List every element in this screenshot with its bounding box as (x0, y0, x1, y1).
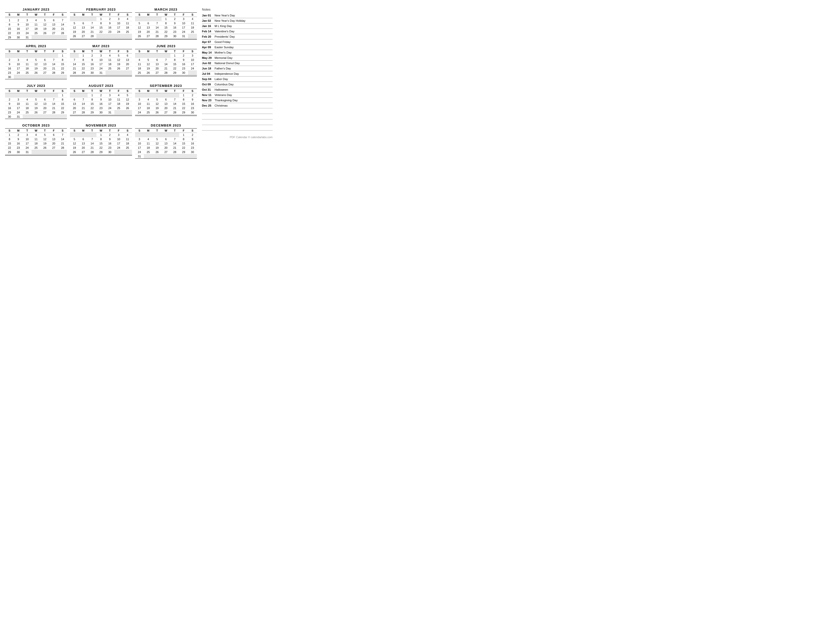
cal-day[interactable]: 19 (135, 30, 144, 34)
cal-day[interactable]: 11 (106, 58, 114, 62)
cal-day[interactable]: 25 (188, 30, 197, 34)
cal-day[interactable]: 28 (170, 150, 179, 154)
cal-day[interactable]: 22 (79, 66, 88, 71)
cal-day[interactable]: 6 (70, 98, 79, 102)
cal-day[interactable]: 6 (49, 18, 58, 23)
cal-day[interactable]: 2 (179, 53, 188, 58)
cal-day[interactable]: 15 (58, 102, 67, 106)
cal-day[interactable]: 25 (106, 66, 114, 71)
cal-day[interactable]: 7 (70, 58, 79, 62)
cal-day[interactable]: 28 (88, 34, 96, 39)
cal-day[interactable]: 29 (5, 35, 14, 40)
cal-day[interactable]: 9 (5, 62, 14, 66)
cal-day[interactable]: 30 (14, 150, 23, 154)
cal-day[interactable]: 17 (188, 62, 197, 66)
cal-day[interactable]: 5 (144, 58, 153, 62)
cal-day[interactable]: 20 (144, 30, 153, 34)
cal-day[interactable]: 7 (79, 98, 88, 102)
cal-day[interactable]: 17 (96, 62, 105, 66)
cal-day[interactable]: 4 (23, 58, 32, 62)
cal-day[interactable]: 19 (153, 106, 162, 110)
cal-day[interactable]: 10 (188, 58, 197, 62)
cal-day[interactable]: 8 (88, 98, 96, 102)
cal-day[interactable]: 10 (135, 102, 144, 106)
cal-day[interactable]: 18 (188, 26, 197, 30)
cal-day[interactable]: 9 (170, 21, 179, 26)
cal-day[interactable]: 12 (135, 26, 144, 30)
cal-day[interactable]: 25 (123, 146, 132, 150)
cal-day[interactable]: 25 (144, 150, 153, 154)
cal-day[interactable]: 31 (23, 150, 32, 154)
cal-day[interactable]: 24 (14, 71, 23, 75)
cal-day[interactable]: 8 (79, 58, 88, 62)
cal-day[interactable]: 1 (5, 18, 14, 23)
cal-day[interactable]: 4 (32, 133, 40, 137)
cal-day[interactable]: 26 (32, 110, 40, 115)
cal-day[interactable]: 20 (79, 146, 88, 150)
cal-day[interactable]: 7 (49, 58, 58, 62)
cal-day[interactable]: 7 (58, 18, 67, 23)
cal-day[interactable]: 8 (179, 137, 188, 142)
cal-day[interactable]: 10 (114, 137, 123, 142)
cal-day[interactable]: 31 (96, 71, 105, 75)
cal-day[interactable]: 27 (40, 110, 49, 115)
cal-day[interactable]: 10 (96, 58, 105, 62)
cal-day[interactable]: 5 (114, 53, 123, 58)
cal-day[interactable]: 24 (106, 106, 114, 110)
cal-day[interactable]: 23 (188, 106, 197, 110)
cal-day[interactable]: 20 (162, 146, 170, 150)
cal-day[interactable]: 12 (32, 62, 40, 66)
cal-day[interactable]: 6 (79, 137, 88, 142)
cal-day[interactable]: 14 (70, 62, 79, 66)
cal-day[interactable]: 6 (40, 58, 49, 62)
cal-day[interactable]: 16 (14, 27, 23, 31)
cal-day[interactable]: 27 (49, 31, 58, 35)
cal-day[interactable]: 12 (114, 58, 123, 62)
cal-day[interactable]: 7 (170, 98, 179, 102)
cal-day[interactable]: 9 (106, 137, 114, 142)
cal-day[interactable]: 30 (14, 35, 23, 40)
cal-day[interactable]: 11 (23, 62, 32, 66)
cal-day[interactable]: 5 (70, 21, 79, 26)
cal-day[interactable]: 25 (135, 71, 144, 75)
cal-day[interactable]: 6 (79, 21, 88, 26)
cal-day[interactable]: 21 (49, 66, 58, 71)
cal-day[interactable]: 15 (79, 62, 88, 66)
cal-day[interactable]: 19 (144, 66, 153, 71)
cal-day[interactable]: 12 (153, 102, 162, 106)
cal-day[interactable]: 2 (106, 17, 114, 21)
cal-day[interactable]: 13 (40, 62, 49, 66)
cal-day[interactable]: 4 (188, 17, 197, 21)
cal-day[interactable]: 2 (14, 133, 23, 137)
cal-day[interactable]: 10 (14, 62, 23, 66)
cal-day[interactable]: 25 (114, 106, 123, 110)
cal-day[interactable]: 18 (123, 26, 132, 30)
cal-day[interactable]: 9 (5, 102, 14, 106)
cal-day[interactable]: 17 (114, 142, 123, 146)
cal-day[interactable]: 8 (96, 137, 105, 142)
cal-day[interactable]: 8 (58, 58, 67, 62)
cal-day[interactable]: 5 (32, 58, 40, 62)
cal-day[interactable]: 18 (144, 146, 153, 150)
cal-day[interactable]: 18 (23, 66, 32, 71)
cal-day[interactable]: 29 (88, 110, 96, 115)
cal-day[interactable]: 19 (40, 142, 49, 146)
cal-day[interactable]: 26 (123, 106, 132, 110)
cal-day[interactable]: 25 (23, 71, 32, 75)
cal-day[interactable]: 4 (23, 98, 32, 102)
cal-day[interactable]: 3 (14, 58, 23, 62)
cal-day[interactable]: 24 (23, 146, 32, 150)
cal-day[interactable]: 28 (70, 71, 79, 75)
cal-day[interactable]: 12 (40, 23, 49, 27)
cal-day[interactable]: 22 (179, 106, 188, 110)
cal-day[interactable]: 1 (179, 133, 188, 137)
cal-day[interactable]: 16 (96, 102, 105, 106)
cal-day[interactable]: 27 (123, 66, 132, 71)
cal-day[interactable]: 29 (58, 110, 67, 115)
cal-day[interactable]: 11 (23, 102, 32, 106)
cal-day[interactable]: 7 (49, 98, 58, 102)
cal-day[interactable]: 29 (58, 71, 67, 75)
cal-day[interactable]: 23 (179, 66, 188, 71)
cal-day[interactable]: 9 (14, 23, 23, 27)
cal-day[interactable]: 29 (179, 110, 188, 115)
